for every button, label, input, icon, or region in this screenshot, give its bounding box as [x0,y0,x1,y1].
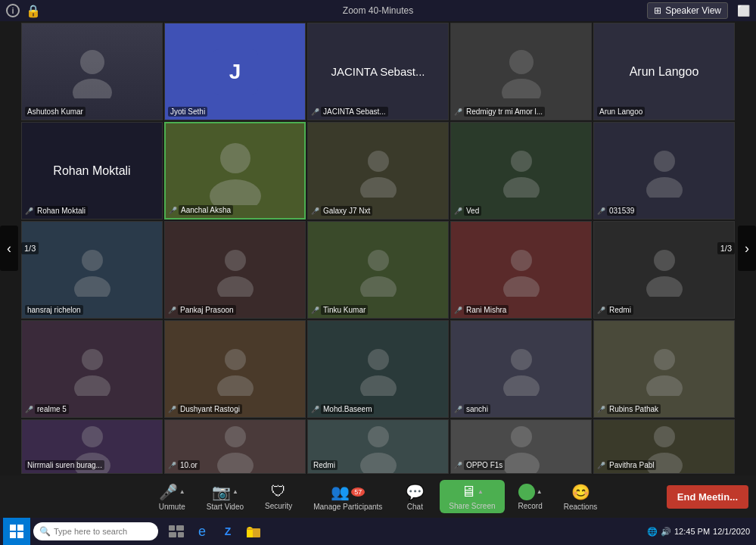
page-indicator-left: 1/3 [21,242,39,254]
svg-point-0 [80,50,104,74]
svg-point-21 [646,276,683,297]
record-icon [518,484,535,500]
video-cell-rani[interactable]: 🎤 Rani Mishra [450,221,592,319]
svg-point-4 [220,143,250,173]
share-screen-button[interactable]: 🖥 ▲ Share Screen [440,480,504,513]
taskbar-apps: e Z [164,519,266,543]
video-cell-mohd[interactable]: 🎤 Mohd.Baseem [307,320,449,418]
info-icon[interactable]: i [6,4,20,17]
manage-participants-button[interactable]: 👥 57 Manage Participants [306,480,390,514]
rubins-mute-icon: 🎤 [597,406,605,413]
video-cell-nirrmali[interactable]: Nirrmali suren burag... [21,419,163,474]
svg-rect-42 [10,525,16,531]
record-button[interactable]: ▲ Record [511,481,550,513]
svg-point-25 [217,375,254,396]
taskbar-app-task-view[interactable] [164,519,188,543]
svg-point-2 [509,50,534,74]
031539-mute-icon: 🎤 [597,207,605,215]
participants-group: 👥 57 Manage Participants [306,480,390,514]
realme-video [22,321,162,417]
video-cell-redmi2[interactable]: 🎤 Redmi [593,221,735,319]
chat-button[interactable]: 💬 Chat [396,480,434,514]
redmigy-mute-icon: 🎤 [454,108,462,116]
reactions-icon: 😊 [571,483,590,501]
redmigy-nameplate: 🎤 Redmigy tr mi Amor l... [454,107,545,117]
video-cell-ashutosh[interactable]: Ashutosh Kumar [21,23,163,120]
video-cell-dushyant[interactable]: 🎤 Dushyant Rastogi [164,320,306,418]
share-screen-label: Share Screen [449,502,495,510]
rohan-display: Rohan Moktali [22,123,162,219]
svg-rect-51 [247,530,253,537]
page-indicator-right: 1/3 [717,242,735,254]
video-cell-jacinta[interactable]: JACINTA Sebast... 🎤 JACINTA Sebast... [307,23,449,120]
unmute-label: Unmute [159,503,185,511]
video-cell-redmi3[interactable]: Redmi [307,419,449,474]
svg-rect-48 [169,532,176,537]
ved-mute-icon: 🎤 [454,207,462,215]
nav-arrow-right[interactable]: › [738,226,756,271]
video-cell-031539[interactable]: 🎤 031539 [593,122,735,220]
svg-rect-47 [176,525,184,531]
video-cell-rubins[interactable]: 🎤 Rubins Pathak [593,320,735,418]
video-cell-aanchal[interactable]: 🎤 Aanchal Aksha [164,122,306,220]
redmi2-video [594,222,734,318]
dushyant-video [165,321,305,417]
system-tray: 🌐 🔊 12:45 PM 12/1/2020 [647,527,750,537]
taskbar-app-edge[interactable]: e [190,519,214,543]
svg-point-29 [503,375,540,396]
video-cell-pavithra[interactable]: 🎤 Pavithra Pabl [593,419,735,474]
10or-mute-icon: 🎤 [168,462,176,469]
end-meeting-button[interactable]: End Meetin... [667,485,748,509]
video-cell-sanchi[interactable]: 🎤 sanchi [450,320,592,418]
redmi2-nameplate: 🎤 Redmi [597,305,633,315]
maximize-icon[interactable]: ⬜ [737,5,750,17]
record-chevron: ▲ [537,488,543,495]
security-button[interactable]: 🛡 Security [257,480,300,513]
hansraj-video [22,222,162,318]
start-video-button[interactable]: 📷 ▲ Start Video [199,480,251,514]
video-cell-arun[interactable]: Arun Langoo Arun Langoo [593,23,735,120]
nav-arrow-left[interactable]: ‹ [0,226,18,271]
video-cell-hansraj[interactable]: hansraj richelon [21,221,163,319]
svg-point-31 [646,375,683,396]
start-button[interactable] [3,518,30,545]
031539-video [594,123,734,219]
video-cell-oppo[interactable]: 🎤 OPPO F1s [450,419,592,474]
video-chevron: ▲ [232,488,238,495]
taskbar-search[interactable]: 🔍 [33,522,158,540]
mohd-video [308,321,448,417]
search-input[interactable] [54,527,152,536]
svg-point-37 [360,453,397,473]
reactions-button[interactable]: 😊 Reactions [556,480,605,514]
galaxy-mute-icon: 🎤 [311,207,319,215]
video-cell-tinku[interactable]: 🎤 Tinku Kumar [307,221,449,319]
svg-point-11 [646,177,683,198]
taskbar-app-file-explorer[interactable] [241,519,266,543]
svg-point-24 [225,349,246,370]
svg-point-15 [217,276,254,297]
chat-icon: 💬 [406,483,425,501]
record-group: ▲ Record [511,481,550,513]
video-cell-jyoti[interactable]: J Jyoti Sethi [164,23,306,120]
jacinta-display: JACINTA Sebast... [308,23,448,120]
video-cell-10or[interactable]: 🎤 10.or [164,419,306,474]
unmute-button[interactable]: 🎤 ▲ Unmute [151,480,193,514]
aanchal-video [166,123,304,218]
svg-point-18 [511,250,532,271]
redmi2-mute-icon: 🎤 [597,307,605,314]
taskbar: 🔍 e Z 🌐 🔊 12:45 PM 12/1/2020 [0,518,756,545]
svg-point-28 [511,349,532,370]
mohd-nameplate: 🎤 Mohd.Baseem [311,404,374,414]
tinku-mute-icon: 🎤 [311,307,319,314]
video-cell-rohan[interactable]: Rohan Moktali 🎤 Rohan Moktali [21,122,163,220]
video-cell-ved[interactable]: 🎤 Ved [450,122,592,220]
rani-nameplate: 🎤 Rani Mishra [454,305,509,315]
video-cell-realme[interactable]: 🎤 realme 5 [21,320,163,418]
video-cell-redmigy[interactable]: 🎤 Redmigy tr mi Amor l... [450,23,592,120]
video-cell-galaxy[interactable]: 🎤 Galaxy J7 Nxt [307,122,449,220]
video-cell-pankaj[interactable]: 🎤 Pankaj Prasoon [164,221,306,319]
speaker-view-button[interactable]: ⊞ Speaker View [647,2,728,19]
ashutosh-nameplate: Ashutosh Kumar [25,107,86,117]
participant-count-badge: 57 [351,487,365,497]
taskbar-app-zoom[interactable]: Z [216,519,240,543]
